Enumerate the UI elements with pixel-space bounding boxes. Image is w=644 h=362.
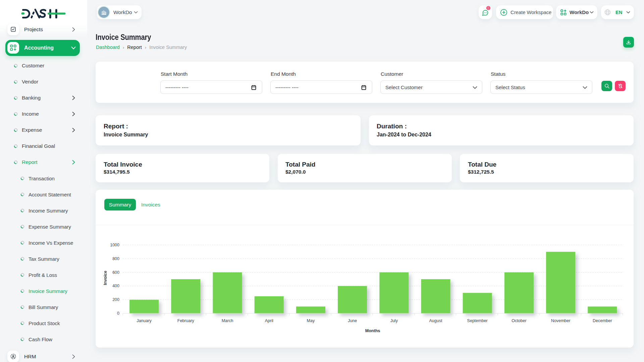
svg-text:400: 400 bbox=[112, 284, 119, 288]
svg-text:December: December bbox=[593, 318, 612, 323]
svg-text:1000: 1000 bbox=[110, 243, 119, 247]
svg-text:August: August bbox=[429, 318, 442, 323]
svg-text:June: June bbox=[348, 318, 357, 323]
svg-text:Months: Months bbox=[365, 328, 380, 333]
svg-text:April: April bbox=[265, 318, 273, 323]
svg-text:200: 200 bbox=[112, 297, 119, 302]
svg-text:600: 600 bbox=[112, 270, 119, 275]
svg-text:September: September bbox=[467, 318, 488, 323]
svg-text:October: October bbox=[512, 318, 526, 323]
svg-text:July: July bbox=[390, 318, 398, 323]
svg-text:January: January bbox=[137, 318, 152, 323]
svg-text:February: February bbox=[177, 318, 195, 323]
svg-text:800: 800 bbox=[112, 256, 119, 261]
svg-text:March: March bbox=[222, 318, 233, 323]
svg-text:0: 0 bbox=[117, 311, 119, 316]
svg-text:May: May bbox=[307, 318, 315, 323]
svg-text:November: November bbox=[551, 318, 571, 323]
svg-text:Invoice: Invoice bbox=[103, 270, 108, 285]
